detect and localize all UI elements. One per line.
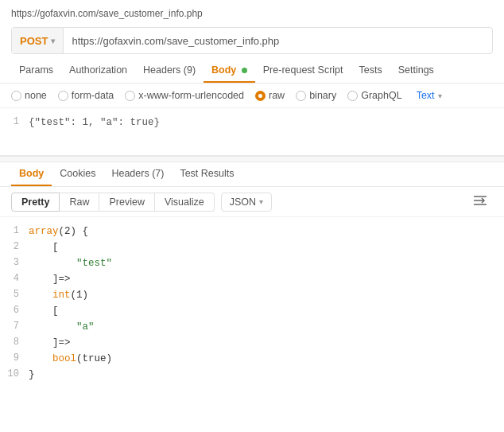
body-dot bbox=[242, 68, 247, 73]
wrap-icon[interactable] bbox=[467, 192, 493, 212]
tab-params[interactable]: Params bbox=[11, 59, 61, 83]
request-code-area: 1 {"test": 1, "a": true} bbox=[0, 108, 504, 156]
tab-headers[interactable]: Headers (9) bbox=[135, 59, 204, 83]
method-select[interactable]: POST ▾ bbox=[12, 28, 64, 53]
format-chevron-icon: ▾ bbox=[259, 197, 263, 206]
radio-none bbox=[11, 91, 21, 101]
request-tabs: Params Authorization Headers (9) Body Pr… bbox=[0, 59, 504, 84]
url-title: https://gofaxvin.com/save_customer_info.… bbox=[11, 8, 493, 19]
view-row: Pretty Raw Preview Visualize JSON ▾ bbox=[0, 187, 504, 217]
response-tab-test-results[interactable]: Test Results bbox=[172, 162, 242, 186]
response-line-1: 1 array(2) { bbox=[0, 224, 493, 239]
body-type-form-data[interactable]: form-data bbox=[58, 90, 114, 101]
radio-graphql bbox=[347, 91, 358, 101]
format-select[interactable]: JSON ▾ bbox=[221, 193, 272, 212]
radio-binary bbox=[296, 91, 306, 101]
tab-pre-request-script[interactable]: Pre-request Script bbox=[255, 59, 351, 83]
divider bbox=[0, 156, 504, 162]
response-tabs: Body Cookies Headers (7) Test Results bbox=[0, 162, 504, 187]
view-raw-button[interactable]: Raw bbox=[60, 193, 99, 212]
response-line-7: 7 "a" bbox=[0, 319, 493, 335]
view-pretty-button[interactable]: Pretty bbox=[11, 193, 60, 212]
method-chevron-icon: ▾ bbox=[51, 37, 55, 45]
tab-settings[interactable]: Settings bbox=[390, 59, 442, 83]
radio-form-data bbox=[58, 91, 68, 101]
raw-format-chevron-icon: ▾ bbox=[438, 91, 442, 100]
raw-format-select[interactable]: Text ▾ bbox=[417, 90, 442, 101]
radio-urlencoded bbox=[125, 91, 135, 101]
request-row: POST ▾ bbox=[11, 27, 493, 54]
view-visualize-button[interactable]: Visualize bbox=[155, 193, 215, 212]
line-number-1: 1 bbox=[0, 115, 29, 130]
body-type-binary[interactable]: binary bbox=[296, 90, 336, 101]
body-type-graphql[interactable]: GraphQL bbox=[347, 90, 401, 101]
tab-tests[interactable]: Tests bbox=[351, 59, 390, 83]
body-type-raw[interactable]: raw bbox=[255, 90, 285, 101]
response-tab-headers[interactable]: Headers (7) bbox=[103, 162, 172, 186]
format-label: JSON bbox=[230, 197, 256, 208]
response-tab-body[interactable]: Body bbox=[11, 162, 52, 186]
response-line-3: 3 "test" bbox=[0, 255, 493, 271]
body-type-row: none form-data x-www-form-urlencoded raw… bbox=[0, 84, 504, 108]
tab-authorization[interactable]: Authorization bbox=[61, 59, 135, 83]
response-line-9: 9 bool(true) bbox=[0, 351, 493, 367]
body-type-urlencoded[interactable]: x-www-form-urlencoded bbox=[125, 90, 244, 101]
response-line-4: 4 ]=> bbox=[0, 271, 493, 287]
body-type-none[interactable]: none bbox=[11, 90, 47, 101]
response-code-area: 1 array(2) { 2 [ 3 "test" 4 ]=> 5 int(1)… bbox=[0, 217, 504, 389]
view-preview-button[interactable]: Preview bbox=[99, 193, 154, 212]
response-line-8: 8 ]=> bbox=[0, 335, 493, 351]
response-tab-cookies[interactable]: Cookies bbox=[52, 162, 103, 186]
response-line-10: 10 } bbox=[0, 367, 493, 383]
method-label: POST bbox=[20, 35, 48, 47]
raw-format-label: Text bbox=[417, 90, 435, 101]
response-line-6: 6 [ bbox=[0, 303, 493, 319]
request-body-text: {"test": 1, "a": true} bbox=[29, 115, 160, 130]
response-line-2: 2 [ bbox=[0, 239, 493, 255]
url-input[interactable] bbox=[64, 28, 492, 53]
response-line-5: 5 int(1) bbox=[0, 287, 493, 303]
tab-body[interactable]: Body bbox=[204, 59, 255, 83]
radio-raw bbox=[255, 91, 266, 101]
request-code-line: 1 {"test": 1, "a": true} bbox=[0, 115, 493, 130]
